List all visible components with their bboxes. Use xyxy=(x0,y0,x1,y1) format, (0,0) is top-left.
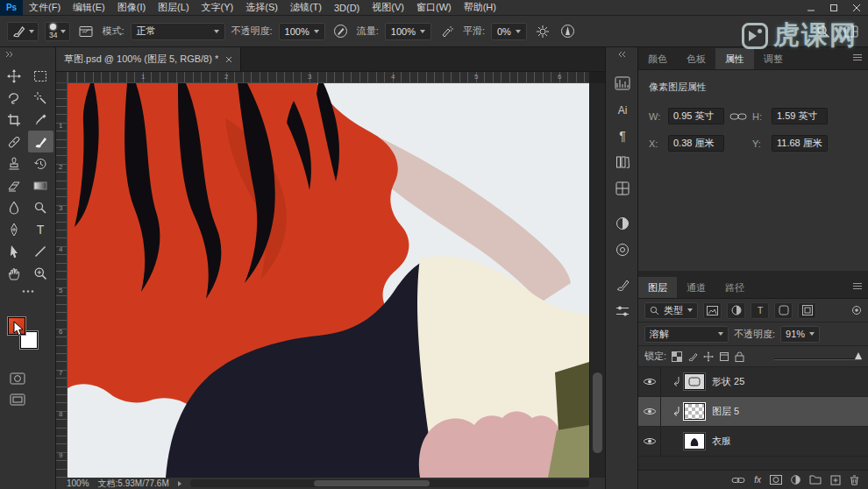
visibility-cell[interactable] xyxy=(638,367,661,396)
lock-pixels-icon[interactable] xyxy=(687,351,698,362)
blend-mode-select[interactable]: 正常 xyxy=(131,23,225,40)
gear-icon[interactable] xyxy=(533,22,552,41)
x-field[interactable]: 0.38 厘米 xyxy=(668,135,724,152)
lock-position-icon[interactable] xyxy=(703,351,714,362)
zoom-level[interactable]: 100% xyxy=(67,478,89,488)
lock-transparent-icon[interactable] xyxy=(672,351,682,362)
libraries-panel-icon[interactable] xyxy=(606,149,639,175)
width-field[interactable]: 0.95 英寸 xyxy=(668,108,724,124)
tab-adjustments[interactable]: 调整 xyxy=(754,48,793,69)
new-group-icon[interactable] xyxy=(809,475,822,485)
paragraph-panel-icon[interactable]: ¶ xyxy=(606,123,639,149)
visibility-cell[interactable] xyxy=(638,427,661,456)
menu-help[interactable]: 帮助(H) xyxy=(458,0,502,15)
info-panel-icon[interactable] xyxy=(606,175,639,202)
tab-properties[interactable]: 属性 xyxy=(715,48,754,69)
workspace-switcher-icon[interactable] xyxy=(842,22,861,41)
filter-type-layers-icon[interactable]: T xyxy=(751,302,769,319)
crop-tool[interactable] xyxy=(2,109,27,131)
layer-name[interactable]: 衣服 xyxy=(712,435,731,448)
left-ruler[interactable]: 1 2 3 4 5 6 7 8 9 xyxy=(56,83,68,478)
panel-menu-icon[interactable] xyxy=(852,282,863,290)
edit-toolbar-icon[interactable] xyxy=(0,289,55,294)
quick-mask-icon[interactable] xyxy=(7,370,28,387)
top-ruler[interactable]: 1 2 3 4 5 6 xyxy=(68,72,589,83)
menu-layer[interactable]: 图层(L) xyxy=(152,0,195,15)
new-adjustment-layer-icon[interactable] xyxy=(791,475,800,485)
zoom-tool[interactable] xyxy=(28,262,53,284)
link-dimensions-icon[interactable] xyxy=(729,110,747,123)
path-select-tool[interactable] xyxy=(2,240,27,262)
layer-filter-select[interactable]: 类型 xyxy=(644,302,698,319)
toggle-brush-panel-button[interactable] xyxy=(76,22,96,41)
menu-select[interactable]: 选择(S) xyxy=(239,0,284,15)
flow-select[interactable]: 100% xyxy=(385,23,431,40)
layer-blend-mode-select[interactable]: 溶解 xyxy=(644,326,729,343)
clone-stamp-tool[interactable] xyxy=(2,152,27,174)
menu-file[interactable]: 文件(F) xyxy=(23,0,67,15)
layer-styles-icon[interactable]: fx xyxy=(754,475,761,485)
document-tab[interactable]: 草图.psd @ 100% (图层 5, RGB/8) * xyxy=(56,47,241,71)
lock-artboard-icon[interactable] xyxy=(719,351,729,362)
close-button[interactable] xyxy=(845,0,868,16)
dodge-tool[interactable] xyxy=(28,196,53,218)
layer-opacity-select[interactable]: 91% xyxy=(780,326,820,343)
menu-filter[interactable]: 滤镜(T) xyxy=(284,0,328,15)
ruler-origin[interactable] xyxy=(56,72,68,83)
blur-tool[interactable] xyxy=(2,196,27,218)
delete-layer-icon[interactable] xyxy=(850,475,859,485)
line-tool[interactable] xyxy=(28,240,53,262)
menu-edit[interactable]: 编辑(E) xyxy=(67,0,111,15)
histogram-panel-icon[interactable] xyxy=(606,70,639,96)
menu-image[interactable]: 图像(I) xyxy=(111,0,152,15)
lock-all-icon[interactable] xyxy=(735,351,744,362)
horizontal-scrollbar[interactable] xyxy=(190,479,589,487)
layer-thumbnail[interactable] xyxy=(684,433,705,450)
menu-type[interactable]: 文字(Y) xyxy=(196,0,240,15)
pen-tool[interactable] xyxy=(2,218,27,240)
clone-source-panel-icon[interactable] xyxy=(606,237,639,263)
link-layers-icon[interactable] xyxy=(731,476,745,485)
marquee-tool[interactable] xyxy=(28,65,53,87)
foreground-color-swatch[interactable] xyxy=(8,317,25,335)
search-icon[interactable] xyxy=(814,22,833,41)
type-tool[interactable]: T xyxy=(28,218,53,240)
tab-color[interactable]: 颜色 xyxy=(638,48,677,69)
tab-close-icon[interactable] xyxy=(225,56,232,63)
layer-name[interactable]: 图层 5 xyxy=(712,405,739,418)
layer-row-layer5-selected[interactable]: 图层 5 xyxy=(638,397,868,427)
filter-adjustment-layers-icon[interactable] xyxy=(727,302,745,319)
pressure-size-icon[interactable] xyxy=(559,22,578,41)
filter-shape-layers-icon[interactable] xyxy=(774,302,793,319)
minimize-button[interactable] xyxy=(800,0,822,16)
magic-wand-tool[interactable] xyxy=(28,87,53,109)
layer-row-clothes[interactable]: 衣服 xyxy=(638,427,868,457)
lasso-tool[interactable] xyxy=(2,87,27,109)
layer-thumbnail[interactable] xyxy=(684,403,705,420)
tool-preset-picker[interactable] xyxy=(7,22,39,41)
pressure-opacity-icon[interactable] xyxy=(331,22,351,41)
fill-slider-knob[interactable] xyxy=(855,352,862,359)
vertical-scrollbar-thumb[interactable] xyxy=(593,372,602,453)
layer-name[interactable]: 形状 25 xyxy=(712,375,744,388)
vertical-scrollbar[interactable] xyxy=(589,83,605,478)
eyedropper-tool[interactable] xyxy=(28,109,53,131)
brush-size-picker[interactable]: 34 xyxy=(45,22,70,41)
gradient-tool[interactable] xyxy=(28,174,53,196)
fill-slider[interactable] xyxy=(774,351,862,362)
y-field[interactable]: 11.68 厘米 xyxy=(772,135,828,152)
filter-toggle-icon[interactable] xyxy=(851,305,862,315)
brush-settings-panel-icon[interactable] xyxy=(606,272,639,298)
tab-swatches[interactable]: 色板 xyxy=(677,48,715,69)
tab-layers[interactable]: 图层 xyxy=(638,277,677,298)
document-canvas[interactable] xyxy=(68,83,589,478)
ai-panel-icon[interactable]: Ai xyxy=(606,96,639,123)
restore-button[interactable] xyxy=(822,0,845,16)
tools-collapse-icon[interactable] xyxy=(0,47,55,61)
healing-brush-tool[interactable] xyxy=(2,131,27,152)
new-layer-icon[interactable] xyxy=(830,475,841,485)
status-expand-icon[interactable] xyxy=(178,481,181,486)
hand-tool[interactable] xyxy=(2,262,27,284)
history-brush-tool[interactable] xyxy=(28,152,53,174)
tool-presets-panel-icon[interactable] xyxy=(606,298,639,324)
